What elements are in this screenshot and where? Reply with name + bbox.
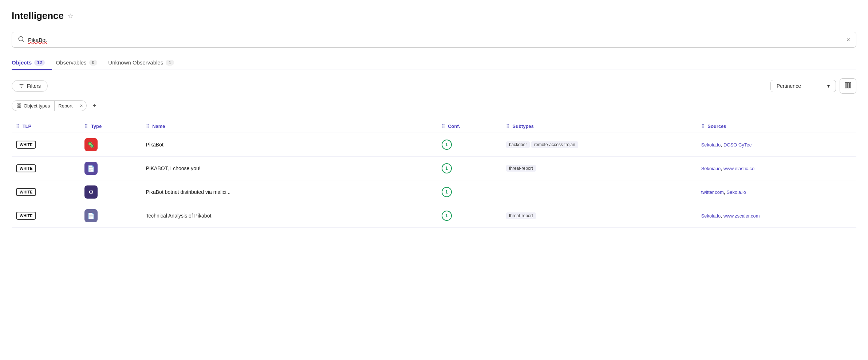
type-icon: ⚙ bbox=[84, 185, 98, 199]
columns-icon bbox=[844, 82, 852, 89]
search-clear-button[interactable]: × bbox=[846, 36, 850, 44]
svg-rect-6 bbox=[847, 83, 849, 88]
svg-rect-11 bbox=[19, 106, 21, 107]
subtype-tag: backdoor bbox=[506, 141, 530, 148]
source-link[interactable]: www.zscaler.com bbox=[723, 213, 760, 219]
col-type: ⠿ Type bbox=[80, 120, 141, 133]
sort-arrow: ▾ bbox=[827, 83, 830, 89]
col-sources: ⠿ Sources bbox=[697, 120, 856, 133]
sort-dropdown[interactable]: Pertinence ▾ bbox=[770, 80, 836, 92]
col-handle-tlp: ⠿ bbox=[16, 124, 19, 129]
chip-close-button[interactable]: × bbox=[76, 101, 86, 111]
star-icon[interactable]: ☆ bbox=[67, 12, 73, 20]
tab-objects-label: Objects bbox=[12, 59, 32, 66]
cell-tlp: WHITE bbox=[12, 204, 80, 228]
filters-button[interactable]: Filters bbox=[12, 80, 48, 92]
svg-rect-5 bbox=[845, 83, 847, 88]
svg-rect-9 bbox=[19, 104, 21, 105]
tab-unknown-observables-label: Unknown Observables bbox=[108, 59, 163, 66]
chip-label: Object types bbox=[12, 101, 55, 111]
tab-objects[interactable]: Objects 12 bbox=[12, 56, 52, 70]
tab-observables-badge: 0 bbox=[89, 60, 98, 66]
table-row[interactable]: WHITE⚙PikaBot botnet distributed via mal… bbox=[12, 180, 856, 204]
col-conf: ⠿ Conf. bbox=[437, 120, 502, 133]
cell-subtypes: backdoorremote-access-trojan bbox=[502, 133, 697, 157]
type-icon: 🦠 bbox=[84, 138, 98, 151]
chip-object-types-value: Report bbox=[55, 101, 76, 111]
col-handle-sources: ⠿ bbox=[701, 124, 705, 129]
search-bar: PikaBot × bbox=[12, 32, 856, 48]
svg-line-1 bbox=[22, 40, 23, 41]
cell-name: PikaBot bbox=[142, 133, 437, 157]
chip-object-types: Object types Report × bbox=[12, 100, 87, 111]
search-value[interactable]: PikaBot bbox=[28, 37, 843, 43]
cell-name: PIKABOT, I choose you! bbox=[142, 157, 437, 180]
filters-label: Filters bbox=[27, 83, 41, 89]
col-handle-subtypes: ⠿ bbox=[506, 124, 509, 129]
columns-button[interactable] bbox=[840, 78, 856, 94]
source-link[interactable]: Sekoia.io bbox=[701, 166, 721, 171]
cell-sources: Sekoia.io, DCSO CyTec bbox=[697, 133, 856, 157]
cell-tlp: WHITE bbox=[12, 180, 80, 204]
tab-observables-label: Observables bbox=[56, 59, 86, 66]
page-container: Intelligence ☆ PikaBot × Objects 12 Obse… bbox=[0, 0, 868, 238]
col-handle-name: ⠿ bbox=[146, 124, 149, 129]
col-handle-type: ⠿ bbox=[84, 124, 88, 129]
cell-subtypes: threat-report bbox=[502, 157, 697, 180]
tab-observables[interactable]: Observables 0 bbox=[56, 56, 104, 70]
conf-badge: 1 bbox=[442, 140, 452, 150]
cell-subtypes bbox=[502, 180, 697, 204]
table-header-row: ⠿ TLP ⠿ Type ⠿ Name ⠿ Conf. ⠿ Subtypes bbox=[12, 120, 856, 133]
col-handle-conf: ⠿ bbox=[442, 124, 445, 129]
source-link[interactable]: www.elastic.co bbox=[723, 166, 754, 171]
cell-name: PikaBot botnet distributed via malici... bbox=[142, 180, 437, 204]
tlp-badge: WHITE bbox=[16, 212, 36, 220]
cell-sources: Sekoia.io, www.zscaler.com bbox=[697, 204, 856, 228]
tab-unknown-observables[interactable]: Unknown Observables 1 bbox=[108, 56, 181, 70]
cell-name: Technical Analysis of Pikabot bbox=[142, 204, 437, 228]
conf-badge: 1 bbox=[442, 187, 452, 197]
subtype-tag: remote-access-trojan bbox=[531, 141, 578, 148]
table-row[interactable]: WHITE📄Technical Analysis of Pikabot1thre… bbox=[12, 204, 856, 228]
type-icon: 📄 bbox=[84, 162, 98, 175]
source-link[interactable]: Sekoia.io bbox=[727, 189, 746, 195]
page-title: Intelligence bbox=[12, 10, 64, 21]
conf-badge: 1 bbox=[442, 163, 452, 173]
source-link[interactable]: twitter.com bbox=[701, 189, 724, 195]
toolbar: Filters Pertinence ▾ bbox=[12, 78, 856, 94]
source-link[interactable]: Sekoia.io bbox=[701, 142, 721, 148]
col-tlp: ⠿ TLP bbox=[12, 120, 80, 133]
svg-rect-8 bbox=[17, 104, 19, 105]
svg-rect-10 bbox=[17, 106, 19, 107]
table-row[interactable]: WHITE📄PIKABOT, I choose you!1threat-repo… bbox=[12, 157, 856, 180]
cell-conf: 1 bbox=[437, 157, 502, 180]
filter-icon bbox=[19, 83, 24, 89]
col-name: ⠿ Name bbox=[142, 120, 437, 133]
cell-sources: twitter.com, Sekoia.io bbox=[697, 180, 856, 204]
source-link[interactable]: Sekoia.io bbox=[701, 213, 721, 219]
tlp-badge: WHITE bbox=[16, 164, 36, 172]
col-subtypes: ⠿ Subtypes bbox=[502, 120, 697, 133]
chip-object-types-icon bbox=[16, 103, 21, 108]
cell-type: 📄 bbox=[80, 157, 141, 180]
tlp-badge: WHITE bbox=[16, 141, 36, 149]
cell-conf: 1 bbox=[437, 133, 502, 157]
cell-tlp: WHITE bbox=[12, 133, 80, 157]
cell-subtypes: threat-report bbox=[502, 204, 697, 228]
chip-object-types-label: Object types bbox=[24, 103, 50, 109]
source-link[interactable]: DCSO CyTec bbox=[723, 142, 751, 148]
subtype-tag: threat-report bbox=[506, 165, 536, 172]
filter-chips: Object types Report × + bbox=[12, 100, 856, 111]
search-icon bbox=[18, 36, 24, 44]
results-table: ⠿ TLP ⠿ Type ⠿ Name ⠿ Conf. ⠿ Subtypes bbox=[12, 120, 856, 228]
toolbar-left: Filters bbox=[12, 80, 48, 92]
cell-type: 🦠 bbox=[80, 133, 141, 157]
cell-type: 📄 bbox=[80, 204, 141, 228]
table-row[interactable]: WHITE🦠PikaBot1backdoorremote-access-troj… bbox=[12, 133, 856, 157]
cell-type: ⚙ bbox=[80, 180, 141, 204]
sort-label: Pertinence bbox=[777, 83, 801, 89]
cell-sources: Sekoia.io, www.elastic.co bbox=[697, 157, 856, 180]
tlp-badge: WHITE bbox=[16, 188, 36, 196]
chip-add-button[interactable]: + bbox=[90, 101, 99, 111]
type-icon: 📄 bbox=[84, 209, 98, 222]
